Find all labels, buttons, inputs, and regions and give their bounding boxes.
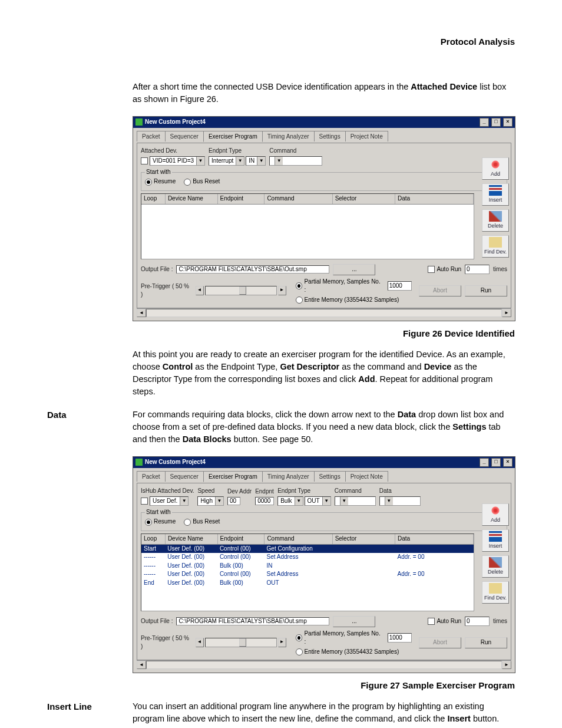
entire-memory-radio[interactable]: Entire Memory (33554432 Samples): [296, 296, 412, 305]
attached-dev-checkbox[interactable]: [141, 157, 148, 164]
command-dropdown[interactable]: ▼: [269, 156, 322, 166]
action-sidebar: Add Insert Delete Find Dev.: [482, 157, 509, 258]
pretrigger-slider[interactable]: ◄ ►: [196, 638, 286, 647]
col-command: Command: [265, 534, 332, 544]
tab-packet[interactable]: Packet: [137, 471, 166, 482]
delete-button[interactable]: Delete: [482, 555, 509, 578]
find-icon: [489, 237, 502, 248]
abort-button[interactable]: Abort: [419, 637, 461, 648]
tab-project-note[interactable]: Project Note: [345, 131, 388, 142]
maximize-icon[interactable]: □: [491, 458, 501, 467]
auto-run-value[interactable]: 0: [465, 265, 490, 274]
find-dev-button[interactable]: Find Dev.: [482, 581, 509, 604]
auto-run-checkbox[interactable]: Auto Run: [428, 617, 461, 626]
program-grid[interactable]: Loop Device Name Endpoint Command Select…: [141, 533, 474, 611]
chevron-down-icon[interactable]: ▼: [275, 157, 283, 165]
horizontal-scrollbar[interactable]: ◄►: [137, 308, 511, 317]
chevron-down-icon[interactable]: ▼: [180, 497, 188, 505]
add-button[interactable]: Add: [482, 157, 509, 180]
chevron-down-icon[interactable]: ▼: [295, 497, 303, 505]
insert-button[interactable]: Insert: [482, 529, 509, 552]
side-heading-data: Data: [47, 409, 130, 421]
chevron-down-icon[interactable]: ▼: [215, 497, 223, 505]
minimize-icon[interactable]: _: [480, 458, 489, 467]
program-grid[interactable]: Loop Device Name Endpoint Command Select…: [141, 193, 474, 259]
col-selector: Selector: [333, 534, 395, 544]
auto-run-value[interactable]: 0: [465, 617, 490, 626]
tab-settings[interactable]: Settings: [314, 471, 346, 482]
speed-label: Speed: [197, 487, 224, 496]
partial-memory-radio[interactable]: Partial Memory, Samples No. : 1000: [296, 630, 412, 647]
tab-timing-analyzer[interactable]: Timing Analyzer: [262, 471, 315, 482]
insert-button[interactable]: Insert: [482, 183, 509, 206]
auto-run-checkbox[interactable]: Auto Run: [428, 265, 461, 274]
browse-button[interactable]: ...: [333, 616, 375, 627]
add-icon: [489, 159, 502, 170]
chevron-down-icon[interactable]: ▼: [322, 497, 330, 505]
tab-settings[interactable]: Settings: [314, 131, 346, 142]
find-dev-button[interactable]: Find Dev.: [482, 235, 509, 258]
table-row[interactable]: StartUser Def. (00)Control (00)Get Confi…: [141, 545, 474, 554]
delete-button[interactable]: Delete: [482, 209, 509, 232]
col-loop: Loop: [141, 194, 166, 204]
endpnt-type-dropdown[interactable]: Interrupt▼: [209, 156, 244, 166]
data-dropdown[interactable]: ▼: [379, 496, 421, 506]
chevron-down-icon[interactable]: ▼: [236, 157, 244, 165]
arrow-left-icon[interactable]: ◄: [196, 286, 204, 295]
partial-memory-radio[interactable]: Partial Memory, Samples No. : 1000: [296, 278, 412, 295]
minimize-icon[interactable]: _: [480, 118, 489, 127]
endpnt-field[interactable]: 0000: [255, 497, 274, 505]
add-button[interactable]: Add: [482, 503, 509, 526]
tab-exerciser-program[interactable]: Exerciser Program: [203, 471, 263, 483]
tab-timing-analyzer[interactable]: Timing Analyzer: [262, 131, 315, 142]
close-icon[interactable]: ×: [503, 118, 513, 127]
abort-button[interactable]: Abort: [419, 285, 461, 297]
tab-strip: Packet Sequencer Exerciser Program Timin…: [137, 470, 511, 482]
output-file-label: Output File :: [141, 617, 173, 626]
command-dropdown[interactable]: ▼: [335, 496, 376, 506]
chevron-down-icon[interactable]: ▼: [196, 157, 204, 165]
maximize-icon[interactable]: □: [491, 118, 501, 127]
table-row[interactable]: ------User Def. (00)Control (00)Set Addr…: [141, 570, 474, 579]
tab-packet[interactable]: Packet: [137, 131, 166, 142]
tab-exerciser-program[interactable]: Exerciser Program: [203, 131, 263, 143]
table-row[interactable]: EndUser Def. (00)Bulk (00)OUT: [141, 579, 474, 588]
bus-reset-radio[interactable]: Bus Reset: [184, 518, 220, 526]
col-device-name: Device Name: [166, 194, 218, 204]
tab-sequencer[interactable]: Sequencer: [165, 131, 204, 142]
direction-dropdown[interactable]: OUT▼: [305, 496, 331, 506]
tab-project-note[interactable]: Project Note: [345, 471, 388, 482]
window-title: New Custom Project4: [145, 458, 477, 467]
tab-sequencer[interactable]: Sequencer: [165, 471, 204, 482]
arrow-right-icon[interactable]: ►: [278, 286, 286, 295]
run-button[interactable]: Run: [465, 285, 507, 297]
chevron-down-icon[interactable]: ▼: [385, 497, 393, 505]
attached-dev-dropdown[interactable]: VID=001 PID=3▼: [150, 156, 205, 166]
browse-button[interactable]: ...: [333, 264, 375, 275]
direction-dropdown[interactable]: IN▼: [246, 156, 266, 166]
output-file-field[interactable]: C:\PROGRAM FILES\CATALYST\SBAE\Out.smp: [176, 617, 329, 625]
endpnt-type-dropdown[interactable]: Bulk▼: [277, 496, 303, 506]
table-row[interactable]: ------User Def. (00)Bulk (00)IN: [141, 562, 474, 571]
table-row[interactable]: ------User Def. (00)Control (00)Set Addr…: [141, 553, 474, 562]
chevron-down-icon[interactable]: ▼: [257, 157, 265, 165]
bus-reset-radio[interactable]: Bus Reset: [184, 177, 220, 186]
output-file-field[interactable]: C:\PROGRAM FILES\CATALYST\SBAE\Out.smp: [176, 265, 329, 274]
resume-radio[interactable]: Resume: [145, 518, 176, 526]
ishub-checkbox[interactable]: [141, 498, 148, 505]
dev-addr-field[interactable]: 00: [227, 497, 240, 505]
samples-no-field[interactable]: 1000: [388, 281, 412, 291]
arrow-left-icon[interactable]: ◄: [196, 638, 204, 647]
attached-dev-dropdown[interactable]: User Def.▼: [150, 496, 189, 506]
close-icon[interactable]: ×: [503, 458, 513, 467]
resume-radio[interactable]: Resume: [145, 177, 176, 186]
pretrigger-slider[interactable]: ◄ ►: [196, 286, 286, 295]
entire-memory-radio[interactable]: Entire Memory (33554432 Samples): [296, 648, 412, 657]
chevron-down-icon[interactable]: ▼: [340, 497, 348, 505]
horizontal-scrollbar[interactable]: ◄►: [137, 660, 511, 669]
samples-no-field[interactable]: 1000: [388, 633, 412, 643]
run-button[interactable]: Run: [465, 637, 507, 648]
arrow-right-icon[interactable]: ►: [278, 638, 286, 647]
col-command: Command: [265, 194, 332, 204]
speed-dropdown[interactable]: High▼: [197, 496, 224, 506]
